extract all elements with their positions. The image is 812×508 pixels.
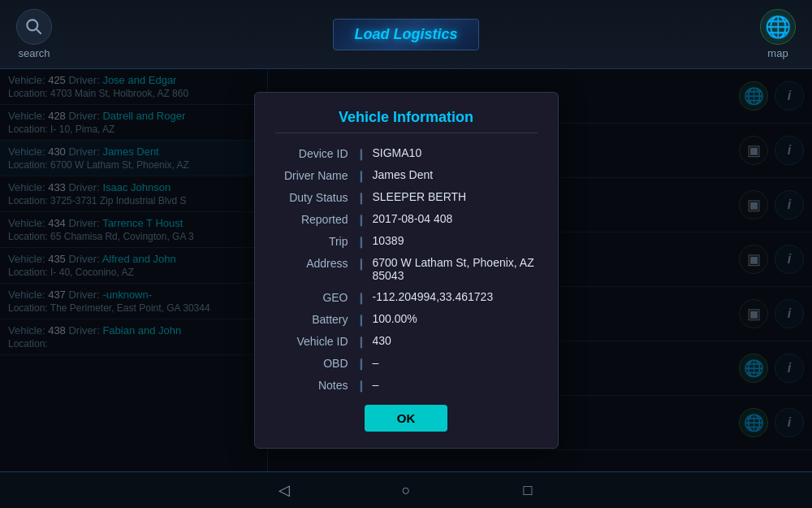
main-content: Vehicle: 425 Driver: Jose and Edgar Loca… [0, 69, 812, 471]
modal-field-reported: Reported ❙ 2017-08-04 408 [275, 212, 538, 226]
recents-button[interactable]: □ [516, 478, 540, 502]
battery-value: 100.00% [373, 312, 538, 325]
trip-value: 10389 [373, 234, 538, 247]
map-icon: 🌐 [760, 9, 796, 45]
reported-value: 2017-08-04 408 [373, 212, 538, 225]
logo: Load Logistics [333, 19, 479, 50]
modal-field-duty-status: Duty Status ❙ SLEEPER BERTH [275, 190, 538, 204]
obd-value: – [373, 356, 538, 369]
ok-button[interactable]: OK [365, 405, 448, 432]
svg-point-0 [27, 20, 37, 30]
back-button[interactable]: ◁ [272, 478, 296, 502]
modal-field-device-id: Device ID ❙ SIGMA10 [275, 146, 538, 160]
map-label: map [767, 47, 788, 59]
modal-field-obd: OBD ❙ – [275, 356, 538, 370]
modal-field-notes: Notes ❙ – [275, 378, 538, 392]
modal-field-battery: Battery ❙ 100.00% [275, 312, 538, 326]
modal-title: Vehicle Information [275, 109, 538, 133]
map-button[interactable]: 🌐 map [752, 5, 804, 63]
top-bar: search Load Logistics 🌐 map [0, 0, 812, 69]
logo-text: Load Logistics [350, 26, 462, 43]
home-button[interactable]: ○ [394, 478, 418, 502]
device-id-value: SIGMA10 [373, 146, 538, 159]
vehicle-info-modal: Vehicle Information Device ID ❙ SIGMA10 … [254, 92, 559, 449]
address-value: 6700 W Latham St, Phoenix, AZ 85043 [373, 256, 538, 282]
svg-line-1 [37, 29, 41, 34]
search-button[interactable]: search [8, 5, 60, 63]
geo-value: -112.204994,33.461723 [373, 290, 538, 303]
driver-name-value: James Dent [373, 168, 538, 181]
modal-field-vehicle-id: Vehicle ID ❙ 430 [275, 334, 538, 348]
bottom-nav: ◁ ○ □ [0, 471, 812, 508]
search-label: search [18, 47, 50, 59]
modal-field-address: Address ❙ 6700 W Latham St, Phoenix, AZ … [275, 256, 538, 282]
modal-field-geo: GEO ❙ -112.204994,33.461723 [275, 290, 538, 304]
search-icon [16, 9, 52, 45]
notes-value: – [373, 378, 538, 391]
vehicle-id-value: 430 [373, 334, 538, 347]
modal-field-trip: Trip ❙ 10389 [275, 234, 538, 248]
duty-status-value: SLEEPER BERTH [373, 190, 538, 203]
modal-field-driver-name: Driver Name ❙ James Dent [275, 168, 538, 182]
modal-overlay: Vehicle Information Device ID ❙ SIGMA10 … [0, 69, 812, 471]
